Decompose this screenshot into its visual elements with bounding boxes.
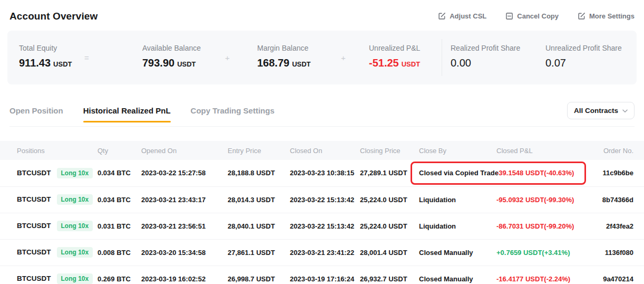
cell-closing-price: 25,224.0 USDT <box>360 186 419 213</box>
cell-entry-price: 26,998.7 USDT <box>228 266 290 284</box>
cell-opened-on: 2023-03-22 15:27:58 <box>141 160 228 186</box>
cell-close-by: Closed via Copied Trade <box>419 160 496 186</box>
more-settings-button[interactable]: More Settings <box>578 12 635 20</box>
cell-closing-price: 28,001.4 USDT <box>360 239 419 266</box>
tab-copy-trading-settings[interactable]: Copy Trading Settings <box>191 106 275 115</box>
cell-closed-on: 2023-03-19 17:16:24 <box>290 266 360 284</box>
stat-realized-profit-share: Realized Profit Share 0.00 <box>451 44 520 69</box>
cell-closing-price: 27,289.1 USDT <box>360 160 419 186</box>
stat-label: Margin Balance <box>257 44 311 52</box>
cell-close-by: Liquidation <box>419 186 496 213</box>
all-contracts-dropdown[interactable]: All Contracts <box>567 102 635 119</box>
cell-qty: 0.008 BTC <box>97 239 141 266</box>
edit-icon <box>438 12 446 20</box>
stat-label: Unrealized Profit Share <box>545 44 622 52</box>
cell-closed-on: 2023-03-23 10:38:15 <box>290 160 360 186</box>
table-row: BTCUSDTLong 10x0.008 BTC2023-03-20 15:34… <box>0 239 644 266</box>
stat-label: Total Equity <box>19 44 72 52</box>
cell-close-by: Closed Manually <box>419 266 496 284</box>
symbol-label: BTCUSDT <box>17 274 51 282</box>
symbol-label: BTCUSDT <box>17 195 51 203</box>
stat-unrealized-pnl: Unrealized P&L -51.25USDT <box>369 44 420 69</box>
cell-close-by: Closed Manually <box>419 239 496 266</box>
cell-closed-pnl: +0.7659 USDT(+3.41%) <box>496 239 580 266</box>
cell-positions: BTCUSDTLong 10x <box>0 266 97 284</box>
stat-margin-balance: Margin Balance 168.79USDT <box>257 44 311 69</box>
side-leverage-badge: Long 10x <box>57 168 93 178</box>
cell-closed-on: 2023-03-22 15:13:42 <box>290 186 360 213</box>
header-closing-price: Closing Price <box>360 141 419 160</box>
stat-value: -51.25USDT <box>369 57 420 69</box>
account-overview-page: Account Overview Adjust CSL <box>0 0 644 284</box>
historical-pnl-table: Positions Qty Opened On Entry Price Clos… <box>0 141 644 284</box>
stat-value: 0.07 <box>545 57 622 69</box>
vertical-divider <box>442 39 442 76</box>
tab-open-position[interactable]: Open Position <box>9 106 63 115</box>
tab-historical-realized-pnl[interactable]: Historical Realized PnL <box>83 106 171 115</box>
cell-closed-pnl: -16.4177 USDT(-2.24%) <box>496 266 580 284</box>
minus-square-icon <box>505 12 513 20</box>
cell-opened-on: 2023-03-20 15:34:58 <box>141 239 228 266</box>
table-row: BTCUSDTLong 10x0.269 BTC2023-03-19 16:02… <box>0 266 644 284</box>
table-body: BTCUSDTLong 10x0.034 BTC2023-03-22 15:27… <box>0 160 644 284</box>
cell-qty: 0.031 BTC <box>97 213 141 239</box>
symbol-label: BTCUSDT <box>17 222 51 230</box>
cell-closed-on: 2023-03-21 23:41:22 <box>290 239 360 266</box>
stat-label: Available Balance <box>142 44 201 52</box>
more-settings-label: More Settings <box>589 12 635 20</box>
stat-unrealized-profit-share: Unrealized Profit Share 0.07 <box>545 44 622 69</box>
top-actions: Adjust CSL Cancel Copy M <box>438 12 635 20</box>
cell-qty: 0.034 BTC <box>97 160 141 186</box>
cell-closed-pnl: -95.0932 USDT(-99.30%) <box>496 186 580 213</box>
table-row: BTCUSDTLong 10x0.031 BTC2023-03-21 23:56… <box>0 213 644 239</box>
side-leverage-badge: Long 10x <box>57 221 93 231</box>
cancel-copy-button[interactable]: Cancel Copy <box>505 12 559 20</box>
header-closed-on: Closed On <box>290 141 360 160</box>
stat-value: 793.90USDT <box>142 57 201 69</box>
all-contracts-label: All Contracts <box>574 107 618 115</box>
cell-closed-pnl: -86.7031 USDT(-99.20%) <box>496 213 580 239</box>
stat-total-equity: Total Equity 911.43USDT <box>19 44 72 69</box>
cell-positions: BTCUSDTLong 10x <box>0 239 97 266</box>
side-leverage-badge: Long 10x <box>57 194 93 205</box>
top-bar: Account Overview Adjust CSL <box>0 0 644 25</box>
adjust-csl-label: Adjust CSL <box>450 12 486 20</box>
cell-opened-on: 2023-03-21 23:56:51 <box>141 213 228 239</box>
cell-opened-on: 2023-03-19 16:02:52 <box>141 266 228 284</box>
plus-separator: + <box>341 53 346 62</box>
stat-value: 0.00 <box>451 57 520 69</box>
cell-closing-price: 25,224.0 USDT <box>360 213 419 239</box>
equals-separator: = <box>84 53 89 62</box>
header-order-no: Order No. <box>580 141 644 160</box>
header-qty: Qty <box>97 141 141 160</box>
table-header-row: Positions Qty Opened On Entry Price Clos… <box>0 141 644 160</box>
table-row: BTCUSDTLong 10x0.034 BTC2023-03-21 23:43… <box>0 186 644 213</box>
side-leverage-badge: Long 10x <box>57 247 93 258</box>
chevron-down-icon <box>622 107 628 115</box>
cell-order-no: 11c9b6be <box>580 160 644 186</box>
header-entry-price: Entry Price <box>228 141 290 160</box>
cell-opened-on: 2023-03-21 23:43:17 <box>141 186 228 213</box>
cell-entry-price: 28,040.1 USDT <box>228 213 290 239</box>
cell-closing-price: 26,932.7 USDT <box>360 266 419 284</box>
cell-entry-price: 28,014.3 USDT <box>228 186 290 213</box>
cell-closed-pnl: -39.1548 USDT(-40.63%) <box>496 160 580 186</box>
account-summary-card: Total Equity 911.43USDT = Available Bala… <box>7 31 637 84</box>
stat-label: Realized Profit Share <box>451 44 520 52</box>
plus-separator: + <box>225 53 230 62</box>
cell-qty: 0.269 BTC <box>97 266 141 284</box>
header-opened-on: Opened On <box>141 141 228 160</box>
symbol-label: BTCUSDT <box>17 248 51 256</box>
cancel-copy-label: Cancel Copy <box>517 12 559 20</box>
header-closed-pnl: Closed P&L <box>496 141 580 160</box>
cell-close-by: Liquidation <box>419 213 496 239</box>
cell-order-no: 8b74366d <box>580 186 644 213</box>
cell-entry-price: 27,861.1 USDT <box>228 239 290 266</box>
header-close-by: Close By <box>419 141 496 160</box>
page-title: Account Overview <box>9 11 97 22</box>
table-row: BTCUSDTLong 10x0.034 BTC2023-03-22 15:27… <box>0 160 644 186</box>
adjust-csl-button[interactable]: Adjust CSL <box>438 12 486 20</box>
cell-qty: 0.034 BTC <box>97 186 141 213</box>
cell-order-no: 2f43fea2 <box>580 213 644 239</box>
side-leverage-badge: Long 10x <box>57 273 93 284</box>
